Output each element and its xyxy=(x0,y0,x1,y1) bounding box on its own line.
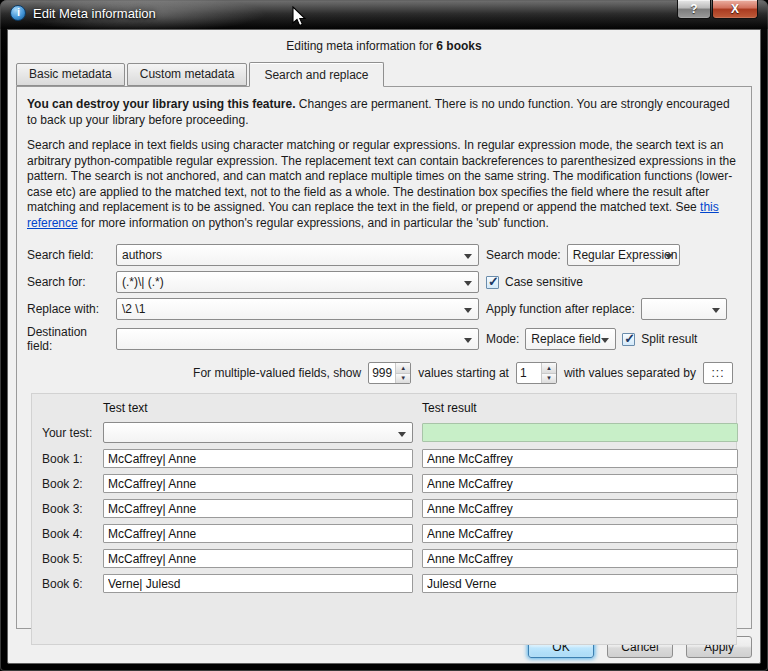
book-1-text-input[interactable] xyxy=(103,449,413,468)
book-6-label: Book 6: xyxy=(42,577,94,591)
search-mode-value: Regular Expression xyxy=(573,248,678,262)
book-5-label: Book 5: xyxy=(42,552,94,566)
book-6-result[interactable] xyxy=(422,574,738,593)
multiple-values-row: For multiple-valued fields, show 999 ▲ ▼… xyxy=(17,362,733,384)
split-result-label: Split result xyxy=(641,332,697,346)
book-5-result[interactable] xyxy=(422,549,738,568)
search-field-value: authors xyxy=(122,248,162,262)
description-paragraph: Search and replace in text fields using … xyxy=(27,138,741,231)
split-result-checkbox[interactable] xyxy=(622,333,635,346)
book-6-text-input[interactable] xyxy=(103,574,413,593)
start-at-value: 1 xyxy=(517,363,541,383)
book-3-text-input[interactable] xyxy=(103,499,413,518)
search-replace-panel: You can destroy your library using this … xyxy=(16,86,752,629)
destination-field-label: Destination field: xyxy=(27,325,116,353)
mode-combo[interactable]: Replace field xyxy=(525,328,616,350)
description-part1: Search and replace in text fields using … xyxy=(27,138,736,214)
search-mode-combo[interactable]: Regular Expression xyxy=(567,244,680,266)
mode-label: Mode: xyxy=(486,332,519,346)
warning-bold-text: You can destroy your library using this … xyxy=(27,97,296,111)
editing-header-count: 6 books xyxy=(436,39,481,53)
test-text-column-header: Test text xyxy=(103,399,413,416)
multi-text-1: For multiple-valued fields, show xyxy=(193,366,361,380)
tab-basic-metadata[interactable]: Basic metadata xyxy=(16,63,125,86)
destination-field-combo[interactable] xyxy=(116,328,479,350)
book-2-label: Book 2: xyxy=(42,477,94,491)
tab-custom-metadata[interactable]: Custom metadata xyxy=(127,63,248,86)
replace-with-value: \2 \1 xyxy=(122,302,145,316)
show-count-spinbox[interactable]: 999 ▲ ▼ xyxy=(368,362,411,384)
start-at-spinbox[interactable]: 1 ▲ ▼ xyxy=(516,362,557,384)
chevron-down-icon xyxy=(398,432,406,437)
spin-up-icon[interactable]: ▲ xyxy=(542,363,556,374)
book-3-label: Book 3: xyxy=(42,502,94,516)
book-1-label: Book 1: xyxy=(42,452,94,466)
dialog-content: Editing meta information for 6 books Bas… xyxy=(7,29,761,664)
book-3-result[interactable] xyxy=(422,499,738,518)
your-test-combo[interactable] xyxy=(103,422,413,443)
search-field-label: Search field: xyxy=(27,248,116,262)
book-4-label: Book 4: xyxy=(42,527,94,541)
replace-with-combo[interactable]: \2 \1 xyxy=(116,298,479,320)
your-test-result xyxy=(422,423,738,442)
chevron-down-icon xyxy=(464,281,472,286)
search-for-label: Search for: xyxy=(27,275,116,289)
editing-header: Editing meta information for 6 books xyxy=(8,30,760,56)
separator-field[interactable]: ::: xyxy=(703,362,733,384)
multi-text-2: values starting at xyxy=(418,366,509,380)
apply-function-combo[interactable] xyxy=(641,298,727,320)
spin-down-icon[interactable]: ▼ xyxy=(542,374,556,384)
tab-bar: Basic metadata Custom metadata Search an… xyxy=(8,62,760,86)
search-mode-label: Search mode: xyxy=(486,248,561,262)
chevron-down-icon xyxy=(665,254,673,259)
book-2-result[interactable] xyxy=(422,474,738,493)
search-field-combo[interactable]: authors xyxy=(116,244,479,266)
show-count-value: 999 xyxy=(369,363,395,383)
mode-value: Replace field xyxy=(531,332,600,346)
your-test-label: Your test: xyxy=(42,426,94,440)
search-for-value: (.*)\| (.*) xyxy=(122,275,164,289)
case-sensitive-checkbox[interactable] xyxy=(486,276,499,289)
tab-search-and-replace[interactable]: Search and replace xyxy=(249,62,383,87)
title-bar[interactable]: Edit Meta information ? X xyxy=(0,0,768,29)
chevron-down-icon xyxy=(601,338,609,343)
book-2-text-input[interactable] xyxy=(103,474,413,493)
dialog-window: Edit Meta information ? X Editing meta i… xyxy=(0,0,768,671)
spin-up-icon[interactable]: ▲ xyxy=(396,363,410,374)
book-4-text-input[interactable] xyxy=(103,524,413,543)
case-sensitive-label: Case sensitive xyxy=(505,275,583,289)
book-5-text-input[interactable] xyxy=(103,549,413,568)
search-for-combo[interactable]: (.*)\| (.*) xyxy=(116,271,479,293)
book-1-result[interactable] xyxy=(422,449,738,468)
help-button[interactable]: ? xyxy=(677,0,711,19)
chevron-down-icon xyxy=(464,338,472,343)
editing-header-prefix: Editing meta information for xyxy=(286,39,436,53)
app-icon xyxy=(10,5,26,21)
spin-down-icon[interactable]: ▼ xyxy=(396,374,410,384)
book-4-result[interactable] xyxy=(422,524,738,543)
chevron-down-icon xyxy=(464,308,472,313)
warning-paragraph: You can destroy your library using this … xyxy=(27,97,741,128)
replace-with-label: Replace with: xyxy=(27,302,116,316)
window-title: Edit Meta information xyxy=(33,6,156,21)
chevron-down-icon xyxy=(712,308,720,313)
test-result-column-header: Test result xyxy=(422,399,738,416)
apply-function-label: Apply function after replace: xyxy=(486,302,635,316)
test-area: Test text Test result Your test: Book 1:… xyxy=(31,393,737,645)
description-part2: for more information on python's regular… xyxy=(78,216,549,230)
chevron-down-icon xyxy=(464,254,472,259)
close-button[interactable]: X xyxy=(712,0,758,19)
search-replace-form: Search field: authors Search mode: Regul… xyxy=(27,244,741,353)
multi-text-3: with values separated by xyxy=(564,366,696,380)
